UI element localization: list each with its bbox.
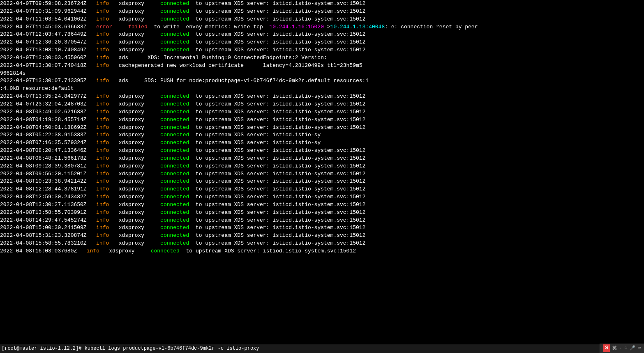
log-line: 2022-04-08T09:28:39.380781Z info xdsprox…	[0, 163, 644, 170]
log-line: 2022-04-07T09:59:08.236724Z info xdsprox…	[0, 0, 644, 8]
log-line: 2022-04-08T07:16:35.579324Z info xdsprox…	[0, 139, 644, 147]
log-line: 2022-04-08T09:56:20.115201Z info xdsprox…	[0, 170, 644, 178]
log-line: 2022-04-07T10:31:09.962944Z info xdsprox…	[0, 8, 644, 16]
log-line: 2022-04-08T16:03:037680Z info xdsproxy c…	[0, 248, 644, 255]
log-line: 2022-04-08T13:58:55.703091Z info xdsprox…	[0, 209, 644, 217]
log-line: 2022-04-07T13:35:24.842977Z info xdsprox…	[0, 93, 644, 101]
log-line: 2022-04-07T12:03:47.786449Z info xdsprox…	[0, 31, 644, 39]
log-line: 2022-04-08T08:48:21.566178Z info xdsprox…	[0, 155, 644, 163]
log-line: 2022-04-07T23:32:04.248703Z info xdsprox…	[0, 101, 644, 108]
log-line: 2022-04-08T04:50:01.188692Z info xdsprox…	[0, 124, 644, 132]
log-line: 2022-04-07T13:30:07.740418Z info cachege…	[0, 62, 644, 78]
log-line: 2022-04-08T08:20:47.133646Z info xdsprox…	[0, 147, 644, 155]
taskbar-mic: 🎤	[630, 345, 635, 352]
log-line: 2022-04-07T13:30:03.455960Z info ads XDS…	[0, 54, 644, 62]
log-line: 2022-04-07T12:36:20.370547Z info xdsprox…	[0, 39, 644, 46]
log-line: 2022-04-07T11:03:54.041062Z info xdsprox…	[0, 16, 644, 23]
log-line: 2022-04-08T03:49:02.621688Z info xdsprox…	[0, 108, 644, 116]
taskbar-overlay: S 英 · ☺ 🎤 ⌨	[600, 344, 644, 353]
taskbar-en-label: 英	[612, 345, 617, 352]
log-line: 2022-04-08T15:58:55.783210Z info xdsprox…	[0, 240, 644, 248]
log-line: 2022-04-07T13:08:10.740849Z info xdsprox…	[0, 46, 644, 54]
log-line: 2022-04-08T05:22:38.915383Z info xdsprox…	[0, 131, 644, 139]
taskbar-keyboard: ⌨	[638, 345, 641, 352]
taskbar-emoji: ☺	[625, 345, 628, 352]
taskbar-s-icon: S	[603, 344, 610, 352]
log-output: 2022-04-07T09:59:08.236724Z info xdsprox…	[0, 0, 644, 255]
log-line: 2022-04-08T15:00:30.241509Z info xdsprox…	[0, 224, 644, 232]
log-line: 2022-04-08T04:19:28.455714Z info xdsprox…	[0, 116, 644, 124]
log-line: 2022-04-08T15:31:23.320874Z info xdsprox…	[0, 232, 644, 240]
log-line: 2022-04-08T13:30:27.113650Z info xdsprox…	[0, 201, 644, 209]
log-line: 2022-04-07T11:45:03.696683Z error failed…	[0, 23, 644, 31]
log-line: 2022-04-08T14:29:47.545274Z info xdsprox…	[0, 217, 644, 225]
terminal-prompt: [root@master istio-1.12.2]# kubectl logs…	[0, 344, 644, 353]
taskbar-dot: ·	[619, 345, 622, 352]
log-line: 2022-04-08T12:59:30.243482Z info xdsprox…	[0, 193, 644, 201]
log-line: 2022-04-08T12:28:44.378191Z info xdsprox…	[0, 186, 644, 193]
log-line: 2022-04-07T13:30:07.743395Z info ads SDS…	[0, 77, 644, 93]
log-line: 2022-04-08T10:23:38.942142Z info xdsprox…	[0, 178, 644, 186]
